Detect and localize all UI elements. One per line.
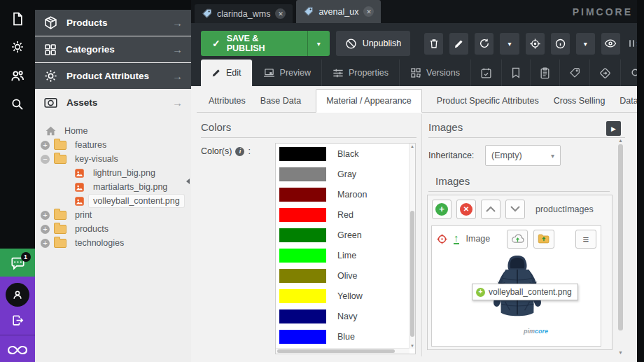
scroll-down-arrow[interactable]: ▼ bbox=[410, 344, 415, 348]
reload-button[interactable] bbox=[475, 33, 493, 55]
images-fieldset-title: Images bbox=[435, 175, 470, 187]
image-menu-button[interactable] bbox=[575, 230, 596, 249]
file-icon[interactable] bbox=[0, 12, 35, 26]
menu-item-assets[interactable]: Assets bbox=[35, 90, 191, 116]
plus-circle-icon bbox=[435, 203, 448, 216]
pimcore-app: 1 Products bbox=[0, 0, 644, 362]
tree-item-print[interactable]: print bbox=[35, 208, 186, 222]
settings-gear-icon[interactable] bbox=[0, 40, 35, 54]
tab-versions[interactable]: Versions bbox=[399, 60, 470, 86]
image-preview-area[interactable]: volleyball_content.png pimcore bbox=[432, 249, 601, 346]
tab-redirects[interactable] bbox=[589, 60, 620, 86]
rename-button[interactable] bbox=[449, 33, 468, 55]
tab-notes-events[interactable] bbox=[530, 60, 559, 86]
subtab-cross-selling[interactable]: Cross Selling bbox=[554, 90, 606, 112]
window-tab-clarinda-wms[interactable]: clarinda_wms bbox=[195, 4, 293, 23]
color-option[interactable]: Navy bbox=[276, 306, 415, 326]
move-up-button[interactable] bbox=[481, 200, 500, 219]
delete-button[interactable] bbox=[424, 33, 443, 55]
subtab-attributes[interactable]: Attributes bbox=[209, 90, 246, 112]
tree-item-lightrun[interactable]: lightrun_big.png bbox=[35, 166, 186, 180]
unpublish-button[interactable]: Unpublish bbox=[336, 31, 411, 56]
tree-item-technologies[interactable]: technologies bbox=[35, 236, 186, 250]
list-vertical-scrollbar[interactable]: ▲ ▼ bbox=[409, 144, 415, 349]
locate-in-tree-button[interactable] bbox=[526, 33, 545, 55]
slash-circle-icon bbox=[345, 38, 357, 50]
menu-item-product-attributes[interactable]: Product Attributes bbox=[35, 63, 191, 89]
upload-cloud-button[interactable] bbox=[507, 230, 528, 249]
select-from-assets-button[interactable] bbox=[533, 230, 554, 249]
expand-plus-icon[interactable] bbox=[41, 225, 50, 234]
preview-eye-button[interactable] bbox=[601, 33, 620, 55]
refresh-icon bbox=[479, 38, 490, 49]
tree-item-martialarts[interactable]: martialarts_big.png bbox=[35, 180, 186, 194]
tree-item-key-visuals[interactable]: key-visuals bbox=[35, 152, 186, 166]
left-rail: 1 bbox=[0, 0, 35, 362]
upload-arrow-icon[interactable] bbox=[454, 233, 459, 244]
tab-label: clarinda_wms bbox=[217, 9, 270, 19]
save-publish-button[interactable]: SAVE & PUBLISH bbox=[201, 31, 330, 56]
tab-tags[interactable] bbox=[559, 60, 589, 86]
tab-bookmark[interactable] bbox=[501, 60, 530, 86]
drag-proxy-tooltip: volleyball_content.png bbox=[472, 284, 578, 300]
color-option[interactable]: Black bbox=[276, 144, 415, 164]
subtab-product-specific[interactable]: Product Specific Attributes bbox=[437, 90, 539, 112]
image-field-label: Image bbox=[466, 234, 491, 244]
color-option[interactable]: Blue bbox=[276, 326, 415, 347]
scroll-up-arrow[interactable]: ▲ bbox=[617, 138, 624, 143]
expand-plus-icon[interactable] bbox=[41, 211, 50, 220]
users-icon[interactable] bbox=[0, 69, 35, 83]
color-option[interactable]: Gray bbox=[276, 164, 415, 184]
images-column-scrollbar[interactable]: ▲ ▼ bbox=[617, 138, 624, 355]
close-icon[interactable] bbox=[363, 6, 374, 17]
folder-icon bbox=[54, 211, 66, 220]
save-dropdown-caret[interactable] bbox=[307, 31, 330, 56]
close-icon[interactable] bbox=[275, 8, 286, 19]
calendar-check-icon bbox=[480, 67, 492, 79]
panel-collapse-handle[interactable] bbox=[185, 173, 191, 190]
color-option[interactable]: Green bbox=[276, 225, 415, 245]
notifications-button[interactable]: 1 bbox=[0, 249, 35, 277]
pimcore-infinity-logo[interactable] bbox=[0, 338, 35, 362]
chevron-down-icon bbox=[317, 40, 321, 48]
user-avatar[interactable] bbox=[6, 283, 29, 307]
reload-dropdown-button[interactable] bbox=[500, 33, 519, 55]
tab-schedule[interactable] bbox=[470, 60, 501, 86]
expand-section-button[interactable] bbox=[606, 121, 621, 136]
image-file-icon bbox=[74, 196, 85, 207]
color-option[interactable]: Maroon bbox=[276, 184, 415, 204]
pimcore-watermark: pimcore bbox=[524, 328, 548, 335]
expand-plus-icon[interactable] bbox=[41, 141, 50, 150]
logout-button[interactable] bbox=[0, 310, 35, 330]
menu-item-categories[interactable]: Categories bbox=[35, 36, 191, 62]
color-option[interactable]: Red bbox=[276, 204, 415, 225]
search-icon[interactable] bbox=[0, 97, 35, 111]
remove-item-button[interactable] bbox=[456, 200, 476, 219]
expand-plus-icon[interactable] bbox=[41, 239, 50, 248]
tree-item-features[interactable]: features bbox=[35, 138, 186, 152]
colors-multiselect-list[interactable]: Black Gray Maroon Red Green Lime Olive Y… bbox=[275, 143, 416, 354]
info-dropdown-button[interactable] bbox=[576, 33, 595, 55]
target-icon[interactable] bbox=[436, 233, 448, 245]
scroll-down-arrow[interactable]: ▼ bbox=[617, 350, 624, 355]
move-down-button[interactable] bbox=[505, 200, 525, 219]
window-tab-avenal-ux[interactable]: avenal_ux bbox=[296, 0, 381, 23]
color-option[interactable]: Lime bbox=[276, 245, 415, 265]
tree-item-products[interactable]: products bbox=[35, 222, 186, 236]
color-option[interactable]: Olive bbox=[276, 265, 415, 286]
menu-item-products[interactable]: Products bbox=[35, 10, 191, 36]
tree-item-home[interactable]: Home bbox=[35, 124, 186, 138]
tree-item-volleyball[interactable]: volleyball_content.png bbox=[35, 194, 186, 208]
list-horizontal-scrollbar[interactable] bbox=[276, 348, 410, 354]
add-item-button[interactable] bbox=[432, 200, 451, 219]
info-button[interactable] bbox=[551, 33, 570, 55]
tab-properties[interactable]: Properties bbox=[321, 60, 399, 86]
tab-preview[interactable]: Preview bbox=[252, 60, 321, 86]
collapse-minus-icon[interactable] bbox=[41, 155, 50, 164]
tab-edit[interactable]: Edit bbox=[201, 60, 252, 86]
color-option[interactable]: Yellow bbox=[276, 286, 415, 306]
inheritance-select[interactable]: (Empty) bbox=[485, 145, 561, 166]
subtab-material-appearance[interactable]: Material / Appearance bbox=[316, 89, 422, 113]
subtab-base-data[interactable]: Base Data bbox=[260, 90, 301, 112]
scroll-up-arrow[interactable]: ▲ bbox=[410, 144, 415, 148]
